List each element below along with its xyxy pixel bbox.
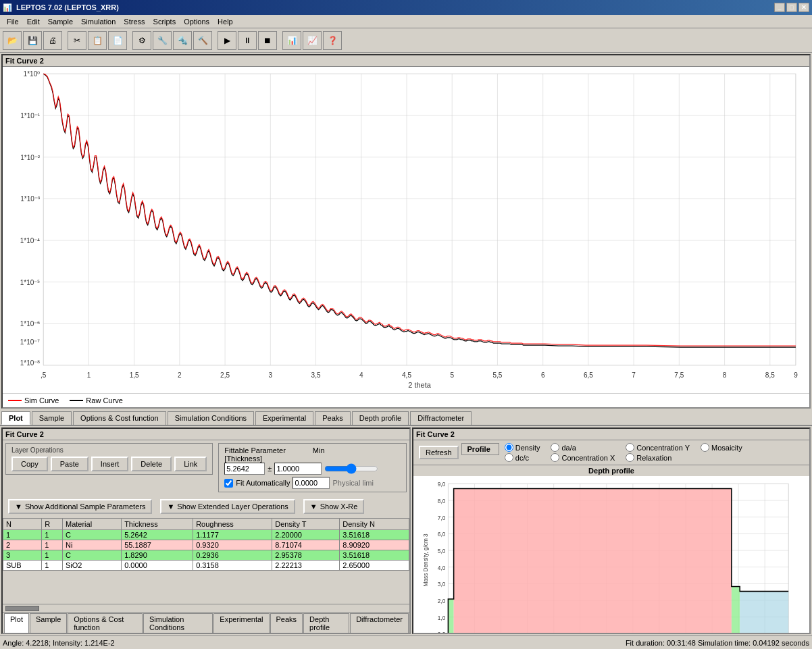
- maximize-button[interactable]: □: [786, 3, 797, 12]
- tb-pause[interactable]: ⏸: [238, 31, 257, 50]
- menu-sample[interactable]: Sample: [44, 16, 77, 27]
- show-extended-btn[interactable]: ▼ Show Extended Layer Operations: [160, 499, 295, 514]
- legend-area: Sim Curve Raw Curve: [3, 393, 809, 407]
- btab-peaks[interactable]: Peaks: [270, 613, 303, 633]
- svg-text:1*10⁻³: 1*10⁻³: [20, 195, 41, 203]
- link-button[interactable]: Link: [174, 457, 207, 471]
- tb-run[interactable]: ▶: [218, 31, 236, 50]
- radio-dc-c-input[interactable]: [505, 453, 513, 462]
- table-row[interactable]: 3 1 C 1.8290 0.2936 2.95378 3.51618: [3, 550, 409, 561]
- title-bar-buttons[interactable]: _ □ ✕: [774, 3, 809, 12]
- cell-density-n: 3.51618: [340, 550, 409, 561]
- cell-density-t: 2.95378: [272, 550, 340, 561]
- tab-depth-profile[interactable]: Depth profile: [352, 411, 409, 425]
- btab-sim-cond[interactable]: Simulation Conditions: [143, 613, 213, 633]
- copy-button[interactable]: Copy: [11, 457, 48, 471]
- tb-cut[interactable]: ✂: [68, 31, 86, 50]
- tb-help[interactable]: ❓: [323, 31, 342, 50]
- cell-thickness: 1.8290: [122, 550, 193, 561]
- tb-print[interactable]: 🖨: [43, 31, 62, 50]
- radio-density-label: Density: [515, 444, 540, 452]
- tab-peaks[interactable]: Peaks: [315, 411, 351, 425]
- menu-scripts[interactable]: Scripts: [149, 16, 180, 27]
- radio-mosaicity-label: Mosaicity: [711, 444, 742, 452]
- top-tab-bar: Plot Sample Options & Cost function Simu…: [0, 410, 812, 426]
- radio-conc-x-input[interactable]: [551, 453, 559, 462]
- svg-text:2: 2: [178, 371, 182, 379]
- delete-button[interactable]: Delete: [131, 457, 172, 471]
- tab-options-cost[interactable]: Options & Cost function: [73, 411, 166, 425]
- table-row[interactable]: 2 1 Ni 55.1887 0.9320 8.71074 8.90920: [3, 540, 409, 550]
- tb-chart1[interactable]: 📊: [282, 31, 301, 50]
- status-right: Fit duration: 00:31:48 Simulation time: …: [626, 639, 809, 647]
- menu-simulation[interactable]: Simulation: [77, 16, 120, 27]
- tb-copy-tb[interactable]: 📋: [88, 31, 107, 50]
- tab-sample[interactable]: Sample: [32, 411, 72, 425]
- svg-text:1*10⁻⁷: 1*10⁻⁷: [20, 338, 41, 346]
- svg-text:3,5: 3,5: [311, 371, 321, 379]
- svg-text:5,5: 5,5: [492, 371, 502, 379]
- tab-plot[interactable]: Plot: [1, 411, 30, 425]
- tb-tool2[interactable]: 🔩: [173, 31, 192, 50]
- radio-density-input[interactable]: [505, 443, 513, 452]
- tb-tool3[interactable]: 🔨: [193, 31, 212, 50]
- svg-text:4,0: 4,0: [438, 565, 446, 571]
- tb-chart2[interactable]: 📈: [303, 31, 322, 50]
- menu-options[interactable]: Options: [180, 16, 213, 27]
- profile-box: Profile: [461, 443, 499, 455]
- tb-save[interactable]: 💾: [23, 31, 42, 50]
- svg-text:2 theta: 2 theta: [408, 381, 431, 389]
- minimize-button[interactable]: _: [774, 3, 785, 12]
- tab-sim-conditions[interactable]: Simulation Conditions: [168, 411, 254, 425]
- radio-conc-y-input[interactable]: [626, 443, 634, 452]
- btab-options[interactable]: Options & Cost function: [68, 613, 143, 633]
- second-value-input[interactable]: [293, 477, 330, 489]
- scrollbar-thumb[interactable]: [5, 606, 39, 611]
- svg-text:2,5: 2,5: [220, 371, 230, 379]
- tb-settings[interactable]: ⚙: [132, 31, 151, 50]
- btab-exp[interactable]: Experimental: [213, 613, 269, 633]
- cell-density-n: 2.65000: [340, 561, 409, 571]
- layer-table: N R Material Thickness Roughness Density…: [3, 518, 409, 571]
- btab-sample[interactable]: Sample: [30, 613, 67, 633]
- radio-relaxation-input[interactable]: [626, 453, 634, 462]
- close-button[interactable]: ✕: [798, 3, 809, 12]
- radio-da-a-input[interactable]: [551, 443, 559, 452]
- svg-text:1: 1: [87, 371, 91, 379]
- tb-tool1[interactable]: 🔧: [153, 31, 172, 50]
- btab-depth[interactable]: Depth profile: [303, 613, 349, 633]
- svg-text:3,0: 3,0: [438, 581, 446, 588]
- col-n: N: [3, 519, 42, 530]
- menu-edit[interactable]: Edit: [23, 16, 44, 27]
- btab-diff[interactable]: Diffractometer: [350, 613, 409, 633]
- main-chart-area: 1*10⁰ 1*10⁻¹ 1*10⁻² 1*10⁻³ 1*10⁻⁴ 1*10⁻⁵…: [3, 67, 809, 393]
- show-x-btn[interactable]: ▼ Show X-Re: [303, 499, 365, 514]
- tb-open[interactable]: 📂: [3, 31, 22, 50]
- svg-text:1*10⁻²: 1*10⁻²: [20, 154, 41, 161]
- menu-stress[interactable]: Stress: [120, 16, 149, 27]
- tab-diffractometer[interactable]: Diffractometer: [410, 411, 472, 425]
- cell-material: C: [62, 550, 121, 561]
- table-row[interactable]: 1 1 C 5.2642 1.1177 2.20000 3.51618: [3, 530, 409, 540]
- radio-dc-c: dc/c: [505, 453, 540, 462]
- show-additional-btn[interactable]: ▼ Show Additional Sample Parameters: [8, 499, 152, 514]
- radio-mosaicity-input[interactable]: [701, 443, 709, 452]
- menu-file[interactable]: File: [3, 16, 23, 27]
- menu-help[interactable]: Help: [213, 16, 237, 27]
- tb-stop[interactable]: ⏹: [258, 31, 277, 50]
- refresh-button[interactable]: Refresh: [419, 446, 459, 459]
- fit-auto-checkbox[interactable]: [224, 479, 233, 488]
- thickness-input[interactable]: [224, 463, 265, 475]
- table-row[interactable]: SUB 1 SiO2 0.0000 0.3158 2.22213 2.65000: [3, 561, 409, 571]
- svg-text:,5: ,5: [41, 371, 47, 379]
- paste-button[interactable]: Paste: [51, 457, 88, 471]
- tab-experimental[interactable]: Experimental: [255, 411, 313, 425]
- svg-text:Mass Density, g/cm 3: Mass Density, g/cm 3: [423, 534, 429, 586]
- tb-paste[interactable]: 📄: [108, 31, 127, 50]
- insert-button[interactable]: Insert: [91, 457, 129, 471]
- h-scrollbar[interactable]: [3, 604, 409, 612]
- min-input[interactable]: [274, 463, 322, 475]
- col-thickness: Thickness: [122, 519, 193, 530]
- thickness-slider[interactable]: [324, 463, 378, 474]
- btab-plot[interactable]: Plot: [4, 613, 29, 633]
